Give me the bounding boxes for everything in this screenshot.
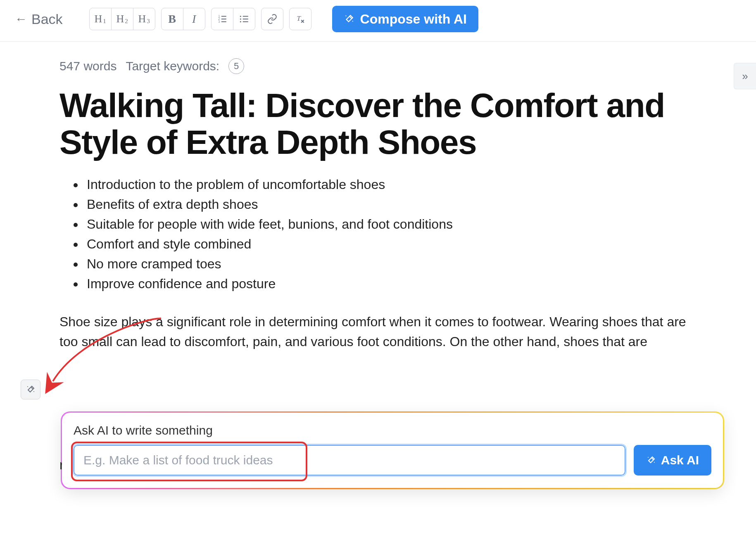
ask-ai-button[interactable]: Ask AI bbox=[634, 445, 711, 476]
ordered-list-icon: 123 bbox=[217, 14, 228, 24]
clear-group: T bbox=[289, 8, 311, 30]
word-count: 547 words bbox=[59, 59, 116, 73]
chevrons-right-icon: » bbox=[742, 70, 748, 83]
heading-group: H1 H2 H3 bbox=[89, 8, 155, 30]
body-paragraph-1[interactable]: Shoe size plays a significant role in de… bbox=[59, 312, 690, 351]
ask-ai-button-label: Ask AI bbox=[661, 453, 699, 467]
ask-ai-popover: Ask AI to write something Ask AI bbox=[62, 413, 723, 488]
h2-button[interactable]: H2 bbox=[111, 8, 133, 30]
keywords-label: Target keywords: bbox=[126, 59, 219, 73]
inline-ai-handle[interactable] bbox=[21, 380, 40, 399]
ordered-list-button[interactable]: 123 bbox=[211, 8, 233, 30]
wand-icon bbox=[646, 455, 656, 465]
keyword-count-badge[interactable]: 5 bbox=[228, 58, 244, 74]
list-item[interactable]: Suitable for people with wide feet, buni… bbox=[84, 214, 690, 234]
bold-button[interactable]: B bbox=[161, 8, 183, 30]
sparkle-icon bbox=[344, 14, 354, 24]
list-item[interactable]: No more cramped toes bbox=[84, 254, 690, 274]
document-meta: 547 words Target keywords: 5 bbox=[59, 58, 690, 74]
ask-ai-input[interactable] bbox=[74, 445, 625, 476]
link-group bbox=[261, 8, 283, 30]
clear-formatting-icon: T bbox=[295, 14, 306, 24]
svg-point-19 bbox=[648, 457, 649, 458]
svg-point-20 bbox=[654, 462, 655, 463]
outline-list[interactable]: Introduction to the problem of uncomfort… bbox=[84, 174, 690, 294]
list-item[interactable]: Benefits of extra depth shoes bbox=[84, 194, 690, 214]
document-title[interactable]: Walking Tall: Discover the Comfort and S… bbox=[59, 87, 690, 160]
list-item[interactable]: Improve confidence and posture bbox=[84, 274, 690, 294]
h3-button[interactable]: H3 bbox=[133, 8, 155, 30]
compose-label: Compose with AI bbox=[360, 12, 467, 27]
list-item[interactable]: Introduction to the problem of uncomfort… bbox=[84, 174, 690, 194]
link-icon bbox=[267, 14, 278, 24]
svg-text:3: 3 bbox=[218, 20, 220, 24]
list-item[interactable]: Comfort and style combined bbox=[84, 234, 690, 254]
italic-button[interactable]: I bbox=[183, 8, 205, 30]
expand-sidebar-button[interactable]: » bbox=[734, 63, 756, 89]
unordered-list-button[interactable] bbox=[233, 8, 255, 30]
format-group: B I bbox=[161, 8, 205, 30]
compose-with-ai-button[interactable]: Compose with AI bbox=[332, 6, 478, 32]
editor-content: 547 words Target keywords: 5 Walking Tal… bbox=[0, 42, 702, 351]
back-button[interactable]: ← Back bbox=[15, 11, 63, 27]
editor-toolbar: ← Back H1 H2 H3 B I 123 T bbox=[0, 0, 756, 42]
h1-button[interactable]: H1 bbox=[89, 8, 112, 30]
svg-point-9 bbox=[240, 16, 241, 17]
svg-point-11 bbox=[240, 21, 241, 22]
back-label: Back bbox=[31, 11, 63, 27]
svg-point-17 bbox=[27, 386, 28, 387]
list-group: 123 bbox=[211, 8, 255, 30]
svg-text:T: T bbox=[297, 14, 301, 22]
svg-point-18 bbox=[33, 391, 34, 392]
link-button[interactable] bbox=[261, 8, 283, 30]
unordered-list-icon bbox=[239, 14, 250, 24]
arrow-left-icon: ← bbox=[15, 13, 27, 25]
clear-formatting-button[interactable]: T bbox=[289, 8, 311, 30]
svg-point-16 bbox=[352, 21, 353, 22]
svg-point-15 bbox=[345, 15, 346, 16]
svg-point-10 bbox=[240, 18, 241, 19]
wand-icon bbox=[26, 385, 36, 394]
ask-ai-label: Ask AI to write something bbox=[74, 423, 711, 437]
